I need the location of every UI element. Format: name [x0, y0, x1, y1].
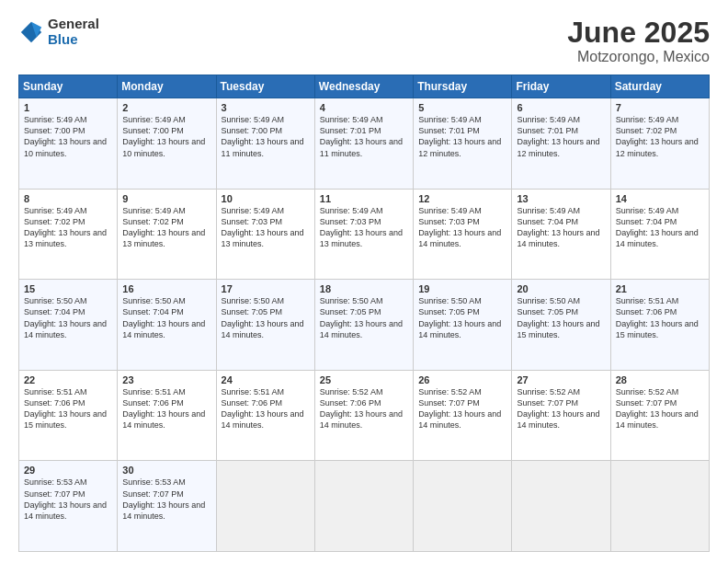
calendar-week-1: 1 Sunrise: 5:49 AMSunset: 7:00 PMDayligh… — [19, 98, 710, 190]
calendar-cell: 1 Sunrise: 5:49 AMSunset: 7:00 PMDayligh… — [19, 98, 118, 190]
calendar-cell: 18 Sunrise: 5:50 AMSunset: 7:05 PMDaylig… — [314, 280, 413, 371]
day-number: 24 — [222, 374, 310, 385]
calendar-cell: 17 Sunrise: 5:50 AMSunset: 7:05 PMDaylig… — [216, 280, 314, 371]
cell-info: Sunrise: 5:50 AMSunset: 7:04 PMDaylight:… — [122, 296, 205, 339]
calendar-cell: 26 Sunrise: 5:52 AMSunset: 7:07 PMDaylig… — [414, 370, 512, 461]
logo-blue: Blue — [48, 32, 99, 48]
cell-info: Sunrise: 5:49 AMSunset: 7:00 PMDaylight:… — [24, 115, 107, 157]
cell-info: Sunrise: 5:50 AMSunset: 7:05 PMDaylight:… — [320, 296, 403, 339]
calendar-week-2: 8 Sunrise: 5:49 AMSunset: 7:02 PMDayligh… — [19, 189, 710, 280]
calendar-cell — [512, 461, 610, 552]
calendar-cell: 3 Sunrise: 5:49 AMSunset: 7:00 PMDayligh… — [216, 98, 314, 190]
cell-info: Sunrise: 5:52 AMSunset: 7:07 PMDaylight:… — [418, 387, 501, 430]
col-tuesday: Tuesday — [216, 75, 314, 98]
calendar-cell: 14 Sunrise: 5:49 AMSunset: 7:04 PMDaylig… — [610, 189, 709, 280]
cell-info: Sunrise: 5:51 AMSunset: 7:06 PMDaylight:… — [222, 387, 304, 430]
logo: General Blue — [18, 17, 99, 47]
calendar-cell: 28 Sunrise: 5:52 AMSunset: 7:07 PMDaylig… — [610, 370, 709, 461]
col-thursday: Thursday — [414, 75, 512, 98]
cell-info: Sunrise: 5:49 AMSunset: 7:04 PMDaylight:… — [616, 206, 699, 248]
day-number: 3 — [222, 102, 310, 113]
day-number: 14 — [616, 193, 704, 204]
day-number: 1 — [24, 102, 112, 113]
calendar-cell: 30 Sunrise: 5:53 AMSunset: 7:07 PMDaylig… — [118, 461, 216, 552]
day-number: 25 — [320, 374, 408, 385]
day-number: 22 — [24, 374, 112, 385]
cell-info: Sunrise: 5:49 AMSunset: 7:01 PMDaylight:… — [418, 115, 501, 157]
header-row: Sunday Monday Tuesday Wednesday Thursday… — [19, 75, 710, 98]
day-number: 21 — [616, 283, 704, 294]
cell-info: Sunrise: 5:53 AMSunset: 7:07 PMDaylight:… — [122, 477, 205, 520]
calendar-cell: 12 Sunrise: 5:49 AMSunset: 7:03 PMDaylig… — [414, 189, 512, 280]
day-number: 26 — [418, 374, 506, 385]
day-number: 13 — [517, 193, 605, 204]
calendar-cell: 11 Sunrise: 5:49 AMSunset: 7:03 PMDaylig… — [314, 189, 413, 280]
cell-info: Sunrise: 5:50 AMSunset: 7:05 PMDaylight:… — [418, 296, 501, 339]
day-number: 7 — [616, 102, 704, 113]
calendar-cell: 21 Sunrise: 5:51 AMSunset: 7:06 PMDaylig… — [610, 280, 709, 371]
cell-info: Sunrise: 5:49 AMSunset: 7:02 PMDaylight:… — [122, 206, 205, 248]
calendar-cell: 19 Sunrise: 5:50 AMSunset: 7:05 PMDaylig… — [414, 280, 512, 371]
day-number: 15 — [24, 283, 112, 294]
calendar-cell: 6 Sunrise: 5:49 AMSunset: 7:01 PMDayligh… — [512, 98, 610, 190]
calendar-cell: 25 Sunrise: 5:52 AMSunset: 7:06 PMDaylig… — [314, 370, 413, 461]
calendar-cell: 8 Sunrise: 5:49 AMSunset: 7:02 PMDayligh… — [19, 189, 118, 280]
day-number: 17 — [222, 283, 310, 294]
calendar-title: June 2025 — [567, 17, 710, 49]
day-number: 29 — [24, 465, 112, 476]
col-saturday: Saturday — [610, 75, 709, 98]
calendar-week-4: 22 Sunrise: 5:51 AMSunset: 7:06 PMDaylig… — [19, 370, 710, 461]
cell-info: Sunrise: 5:49 AMSunset: 7:03 PMDaylight:… — [320, 206, 403, 248]
calendar-week-5: 29 Sunrise: 5:53 AMSunset: 7:07 PMDaylig… — [19, 461, 710, 552]
logo-general: General — [48, 17, 99, 32]
calendar-cell: 4 Sunrise: 5:49 AMSunset: 7:01 PMDayligh… — [314, 98, 413, 190]
col-sunday: Sunday — [19, 75, 118, 98]
col-monday: Monday — [118, 75, 216, 98]
title-block: June 2025 Motzorongo, Mexico — [567, 17, 710, 65]
cell-info: Sunrise: 5:49 AMSunset: 7:03 PMDaylight:… — [418, 206, 501, 248]
calendar-cell — [314, 461, 413, 552]
cell-info: Sunrise: 5:49 AMSunset: 7:02 PMDaylight:… — [24, 206, 107, 248]
day-number: 6 — [517, 102, 605, 113]
day-number: 5 — [418, 102, 506, 113]
cell-info: Sunrise: 5:50 AMSunset: 7:05 PMDaylight:… — [517, 296, 599, 339]
col-wednesday: Wednesday — [314, 75, 413, 98]
cell-info: Sunrise: 5:52 AMSunset: 7:07 PMDaylight:… — [517, 387, 599, 430]
calendar-body: 1 Sunrise: 5:49 AMSunset: 7:00 PMDayligh… — [19, 98, 710, 552]
page: General Blue June 2025 Motzorongo, Mexic… — [0, 0, 728, 563]
calendar-cell — [216, 461, 314, 552]
day-number: 11 — [320, 193, 408, 204]
calendar-cell: 5 Sunrise: 5:49 AMSunset: 7:01 PMDayligh… — [414, 98, 512, 190]
calendar-cell — [414, 461, 512, 552]
calendar-header: Sunday Monday Tuesday Wednesday Thursday… — [19, 75, 710, 98]
cell-info: Sunrise: 5:53 AMSunset: 7:07 PMDaylight:… — [24, 477, 107, 520]
calendar-cell: 22 Sunrise: 5:51 AMSunset: 7:06 PMDaylig… — [19, 370, 118, 461]
day-number: 16 — [122, 283, 210, 294]
day-number: 20 — [517, 283, 605, 294]
calendar-cell — [610, 461, 709, 552]
cell-info: Sunrise: 5:51 AMSunset: 7:06 PMDaylight:… — [122, 387, 205, 430]
day-number: 8 — [24, 193, 112, 204]
day-number: 23 — [122, 374, 210, 385]
cell-info: Sunrise: 5:49 AMSunset: 7:01 PMDaylight:… — [320, 115, 403, 157]
cell-info: Sunrise: 5:49 AMSunset: 7:03 PMDaylight:… — [222, 206, 304, 248]
day-number: 2 — [122, 102, 210, 113]
calendar-cell: 7 Sunrise: 5:49 AMSunset: 7:02 PMDayligh… — [610, 98, 709, 190]
day-number: 27 — [517, 374, 605, 385]
logo-icon — [18, 19, 44, 45]
calendar-cell: 16 Sunrise: 5:50 AMSunset: 7:04 PMDaylig… — [118, 280, 216, 371]
calendar-cell: 13 Sunrise: 5:49 AMSunset: 7:04 PMDaylig… — [512, 189, 610, 280]
day-number: 4 — [320, 102, 408, 113]
calendar-cell: 9 Sunrise: 5:49 AMSunset: 7:02 PMDayligh… — [118, 189, 216, 280]
calendar-cell: 27 Sunrise: 5:52 AMSunset: 7:07 PMDaylig… — [512, 370, 610, 461]
cell-info: Sunrise: 5:49 AMSunset: 7:02 PMDaylight:… — [616, 115, 699, 157]
calendar-table: Sunday Monday Tuesday Wednesday Thursday… — [18, 75, 710, 552]
day-number: 10 — [222, 193, 310, 204]
cell-info: Sunrise: 5:52 AMSunset: 7:06 PMDaylight:… — [320, 387, 403, 430]
calendar-week-3: 15 Sunrise: 5:50 AMSunset: 7:04 PMDaylig… — [19, 280, 710, 371]
calendar-cell: 20 Sunrise: 5:50 AMSunset: 7:05 PMDaylig… — [512, 280, 610, 371]
cell-info: Sunrise: 5:49 AMSunset: 7:00 PMDaylight:… — [222, 115, 304, 157]
col-friday: Friday — [512, 75, 610, 98]
calendar-cell: 23 Sunrise: 5:51 AMSunset: 7:06 PMDaylig… — [118, 370, 216, 461]
calendar-cell: 2 Sunrise: 5:49 AMSunset: 7:00 PMDayligh… — [118, 98, 216, 190]
